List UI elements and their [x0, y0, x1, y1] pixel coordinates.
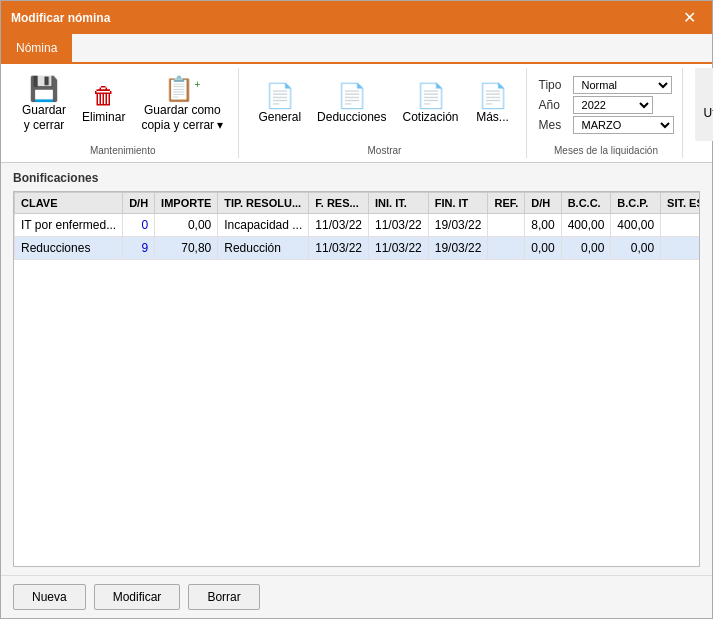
col-tip-resol: TIP. RESOLU...	[218, 193, 309, 214]
mantenimiento-group-label: Mantenimiento	[15, 141, 230, 158]
guardar-cerrar-button[interactable]: 💾 Guardary cerrar	[15, 72, 73, 137]
utiles-group-label: Útiles	[695, 141, 713, 158]
tipo-row: Tipo Normal Extraordinaria Atrasos	[539, 76, 672, 94]
table-row[interactable]: IT por enfermed...00,00Incapacidad ...11…	[15, 214, 701, 237]
main-window: Modificar nómina ✕ Nómina 💾 Guardary cer…	[0, 0, 713, 619]
utilidades-label: Utilidades	[704, 106, 713, 120]
table-cell: Reducciones	[15, 237, 123, 260]
col-bcp: B.C.P.	[611, 193, 661, 214]
modificar-button[interactable]: Modificar	[94, 584, 181, 610]
table-cell: 0,00	[561, 237, 611, 260]
table-cell: 9	[123, 237, 155, 260]
table-cell	[661, 237, 700, 260]
tab-nomina[interactable]: Nómina	[1, 34, 72, 62]
nueva-button[interactable]: Nueva	[13, 584, 86, 610]
guardar-copia-label: Guardar comocopia y cerrar ▾	[141, 103, 223, 132]
table-cell: 11/03/22	[369, 237, 429, 260]
table-cell: 19/03/22	[428, 214, 488, 237]
eliminar-button[interactable]: 🗑 Eliminar	[75, 79, 132, 129]
anio-select[interactable]: 2020 2021 2022 2023	[573, 96, 653, 114]
cotizacion-label: Cotización	[402, 110, 458, 124]
mes-select[interactable]: ENEROFEBRERO MARZOABRIL MAYOJUNIO JULIOA…	[573, 116, 674, 134]
mostrar-buttons: 📄 General 📄 Deducciones 📄 Cotización 📄 M…	[251, 68, 517, 141]
col-clave: CLAVE	[15, 193, 123, 214]
mes-row: Mes ENEROFEBRERO MARZOABRIL MAYOJUNIO JU…	[539, 116, 674, 134]
col-ini-it: INI. IT.	[369, 193, 429, 214]
mostrar-group-label: Mostrar	[251, 141, 517, 158]
close-button[interactable]: ✕	[677, 6, 702, 29]
delete-icon: 🗑	[92, 84, 116, 108]
table-cell: 0,00	[155, 214, 218, 237]
section-title: Bonificaciones	[13, 171, 700, 185]
utilidades-button[interactable]: 🖩 Utilidades ▾	[695, 68, 713, 141]
ribbon-group-utiles: 🖩 Utilidades ▾ Útiles	[687, 68, 713, 158]
tipo-select[interactable]: Normal Extraordinaria Atrasos	[573, 76, 672, 94]
table-cell: 400,00	[561, 214, 611, 237]
deducciones-button[interactable]: 📄 Deducciones	[310, 79, 393, 129]
ribbon: 💾 Guardary cerrar 🗑 Eliminar 📋+ Guardar …	[1, 64, 712, 163]
eliminar-label: Eliminar	[82, 110, 125, 124]
tipo-label: Tipo	[539, 78, 569, 92]
deducciones-label: Deducciones	[317, 110, 386, 124]
table-cell: 11/03/22	[309, 214, 369, 237]
title-bar: Modificar nómina ✕	[1, 1, 712, 34]
borrar-button[interactable]: Borrar	[188, 584, 259, 610]
guardar-copia-button[interactable]: 📋+ Guardar comocopia y cerrar ▾	[134, 72, 230, 137]
table-cell: 70,80	[155, 237, 218, 260]
table-cell	[661, 214, 700, 237]
table-cell: Incapacidad ...	[218, 214, 309, 237]
table-cell: Reducción	[218, 237, 309, 260]
table-cell: IT por enfermed...	[15, 214, 123, 237]
table-cell: 0	[123, 214, 155, 237]
cotizacion-icon: 📄	[416, 84, 446, 108]
table-cell: 0,00	[611, 237, 661, 260]
table-header-row: CLAVE D/H IMPORTE TIP. RESOLU... F. RES.…	[15, 193, 701, 214]
table-cell	[488, 237, 525, 260]
main-content: Bonificaciones CLAVE D/H IMPORTE TIP. RE…	[1, 163, 712, 575]
anio-label: Año	[539, 98, 569, 112]
cotizacion-button[interactable]: 📄 Cotización	[395, 79, 465, 129]
table-body: IT por enfermed...00,00Incapacidad ...11…	[15, 214, 701, 260]
mes-label: Mes	[539, 118, 569, 132]
copy-icon: 📋+	[164, 77, 200, 101]
general-label: General	[258, 110, 301, 124]
meses-group-label: Meses de la liquidación	[539, 141, 674, 158]
table-cell	[488, 214, 525, 237]
meses-fields: Tipo Normal Extraordinaria Atrasos Año 2…	[539, 68, 674, 141]
guardar-cerrar-label: Guardary cerrar	[22, 103, 66, 132]
col-dh2: D/H	[525, 193, 561, 214]
ribbon-tabs: Nómina	[1, 34, 712, 64]
anio-row: Año 2020 2021 2022 2023	[539, 96, 653, 114]
col-bcc: B.C.C.	[561, 193, 611, 214]
mas-icon: 📄	[478, 84, 508, 108]
general-icon: 📄	[265, 84, 295, 108]
ribbon-group-mostrar: 📄 General 📄 Deducciones 📄 Cotización 📄 M…	[243, 68, 526, 158]
ribbon-group-meses: Tipo Normal Extraordinaria Atrasos Año 2…	[531, 68, 683, 158]
window-title: Modificar nómina	[11, 11, 110, 25]
table-row[interactable]: Reducciones970,80Reducción11/03/2211/03/…	[15, 237, 701, 260]
table-cell: 400,00	[611, 214, 661, 237]
col-sit-esp: SIT. ESP.	[661, 193, 700, 214]
deducciones-icon: 📄	[337, 84, 367, 108]
table-cell: 11/03/22	[309, 237, 369, 260]
col-fin-it: FIN. IT	[428, 193, 488, 214]
bonificaciones-table: CLAVE D/H IMPORTE TIP. RESOLU... F. RES.…	[14, 192, 700, 260]
save-icon: 💾	[29, 77, 59, 101]
table-cell: 11/03/22	[369, 214, 429, 237]
mantenimiento-buttons: 💾 Guardary cerrar 🗑 Eliminar 📋+ Guardar …	[15, 68, 230, 141]
general-button[interactable]: 📄 General	[251, 79, 308, 129]
table-cell: 0,00	[525, 237, 561, 260]
table-cell: 19/03/22	[428, 237, 488, 260]
table-cell: 8,00	[525, 214, 561, 237]
col-importe: IMPORTE	[155, 193, 218, 214]
mas-label: Más...	[476, 110, 509, 124]
mas-button[interactable]: 📄 Más...	[468, 79, 518, 129]
col-dh: D/H	[123, 193, 155, 214]
bonificaciones-table-container: CLAVE D/H IMPORTE TIP. RESOLU... F. RES.…	[13, 191, 700, 567]
footer: Nueva Modificar Borrar	[1, 575, 712, 618]
ribbon-group-mantenimiento: 💾 Guardary cerrar 🗑 Eliminar 📋+ Guardar …	[7, 68, 239, 158]
col-ref: REF.	[488, 193, 525, 214]
col-f-res: F. RES...	[309, 193, 369, 214]
